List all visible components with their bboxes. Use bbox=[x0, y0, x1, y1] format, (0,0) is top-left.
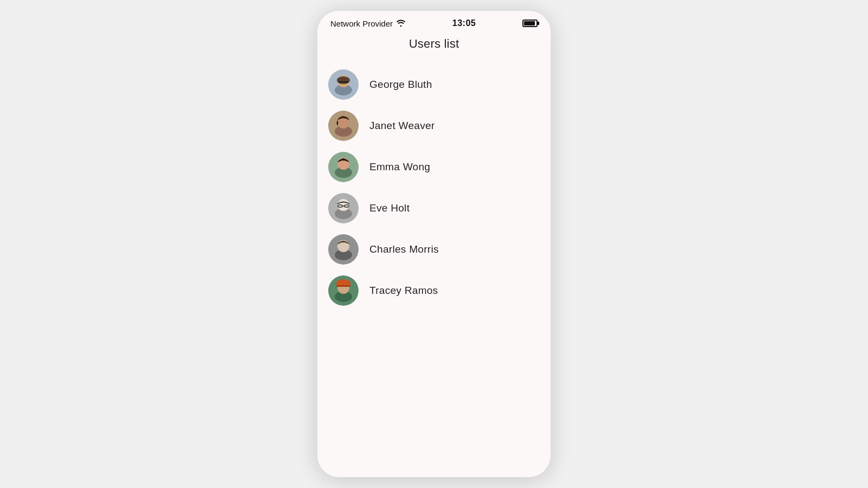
user-list: George Bluth Janet Weaver bbox=[317, 64, 551, 311]
status-left: Network Provider bbox=[330, 19, 406, 28]
svg-rect-27 bbox=[336, 285, 350, 287]
list-item[interactable]: Janet Weaver bbox=[328, 105, 540, 146]
user-name: Tracey Ramos bbox=[369, 285, 438, 297]
wifi-icon bbox=[396, 19, 406, 28]
status-time: 13:05 bbox=[452, 18, 476, 28]
avatar bbox=[328, 234, 359, 265]
battery-icon bbox=[522, 20, 538, 27]
svg-point-3 bbox=[337, 76, 350, 84]
list-item[interactable]: Tracey Ramos bbox=[328, 270, 540, 311]
list-item[interactable]: Eve Holt bbox=[328, 188, 540, 229]
network-provider-label: Network Provider bbox=[330, 19, 393, 28]
avatar bbox=[328, 152, 359, 182]
list-item[interactable]: George Bluth bbox=[328, 64, 540, 105]
page-content: Users list George Bluth bbox=[317, 31, 551, 477]
page-title: Users list bbox=[317, 37, 551, 51]
list-item[interactable]: Charles Morris bbox=[328, 229, 540, 270]
avatar bbox=[328, 69, 359, 100]
status-bar: Network Provider 13:05 bbox=[317, 11, 551, 31]
svg-rect-4 bbox=[339, 81, 342, 83]
avatar bbox=[328, 193, 359, 223]
phone-frame: Network Provider 13:05 Users list bbox=[317, 11, 551, 477]
user-name: Charles Morris bbox=[369, 243, 439, 255]
list-item[interactable]: Emma Wong bbox=[328, 146, 540, 188]
avatar bbox=[328, 275, 359, 306]
user-name: Emma Wong bbox=[369, 161, 430, 173]
svg-rect-6 bbox=[342, 81, 345, 82]
user-name: George Bluth bbox=[369, 79, 432, 91]
svg-rect-5 bbox=[344, 81, 348, 83]
user-name: Janet Weaver bbox=[369, 120, 435, 132]
avatar bbox=[328, 111, 359, 141]
user-name: Eve Holt bbox=[369, 202, 410, 214]
